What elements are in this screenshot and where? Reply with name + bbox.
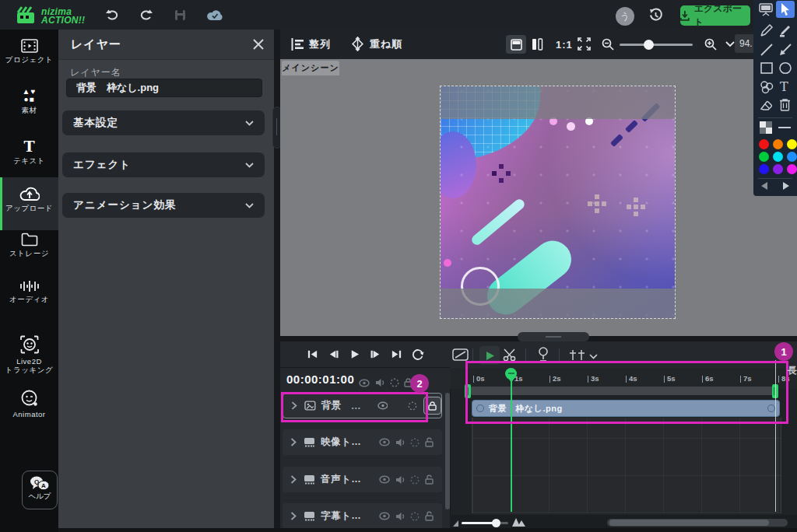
palette-next-button[interactable] <box>783 182 789 190</box>
timeline-hscrollbar-thumb[interactable] <box>609 520 769 526</box>
split-horizontal-button[interactable] <box>506 35 526 54</box>
section-effects[interactable]: エフェクト <box>62 152 265 177</box>
visibility-icon[interactable] <box>379 438 390 446</box>
pencil-tool[interactable] <box>760 23 774 37</box>
keyframe-toggle-icon[interactable] <box>410 475 420 485</box>
color-swatch-violet[interactable] <box>773 164 783 174</box>
lock-open-icon[interactable] <box>425 511 434 521</box>
section-animation-effects[interactable]: アニメーション効果 <box>62 193 265 218</box>
help-button[interactable]: Q A ヘルプ <box>22 471 58 509</box>
palette-prev-button[interactable] <box>761 182 767 190</box>
lock-open-icon[interactable] <box>425 437 434 447</box>
master-audio-icon[interactable] <box>375 378 385 387</box>
zoom-out-button[interactable] <box>602 38 614 51</box>
audio-mute-icon[interactable] <box>395 438 406 447</box>
face-tracking-icon <box>19 334 40 355</box>
stack-order-button[interactable]: 重ね順 <box>350 37 402 51</box>
sidebar-item-project[interactable]: プロジェクト <box>0 39 58 65</box>
sidebar-item-assets[interactable]: ▲♥●■ 素材 <box>0 88 58 116</box>
chevron-right-icon[interactable] <box>290 438 297 446</box>
color-swatch-orange[interactable] <box>773 139 783 149</box>
master-visibility-icon[interactable] <box>359 379 370 387</box>
timeline-grid[interactable] <box>472 418 781 513</box>
keyframe-toggle-icon[interactable] <box>410 438 420 447</box>
loop-button[interactable] <box>412 348 424 361</box>
jump-end-button[interactable] <box>391 348 402 360</box>
zoom-in-button[interactable] <box>704 38 717 51</box>
snap-dropdown[interactable] <box>589 354 598 359</box>
zoom-slider-thumb[interactable] <box>644 40 654 50</box>
cut-button[interactable] <box>503 348 518 362</box>
step-forward-button[interactable] <box>370 348 381 360</box>
visibility-icon[interactable] <box>379 512 390 520</box>
play-button[interactable] <box>349 348 360 360</box>
timeline-zoom-out-button[interactable] <box>453 520 459 527</box>
audio-mute-icon[interactable] <box>395 475 406 485</box>
ratio-button[interactable]: 1:1 <box>556 39 573 51</box>
marker-tool[interactable] <box>778 23 792 37</box>
stamp-tool[interactable] <box>760 80 774 94</box>
zoom-slider[interactable] <box>620 44 693 46</box>
fade-curve-button[interactable] <box>452 348 469 361</box>
redo-button[interactable] <box>138 8 155 22</box>
split-vertical-button[interactable] <box>531 38 543 51</box>
ellipse-tool[interactable] <box>778 61 792 75</box>
color-swatch-cyan[interactable] <box>773 152 783 162</box>
text-annotation-tool[interactable]: T <box>780 79 788 94</box>
chevron-right-icon[interactable] <box>290 512 297 520</box>
select-tool-active[interactable] <box>776 1 795 18</box>
sidebar-item-live2d-tracking[interactable]: Live2D トラッキング <box>0 334 58 376</box>
track-row-subtitle[interactable]: 字幕ト… <box>283 503 442 529</box>
timeline-zoom-in-button[interactable] <box>512 518 526 527</box>
master-keyframe-icon[interactable] <box>390 378 399 387</box>
section-basic-settings[interactable]: 基本設定 <box>62 110 265 135</box>
color-swatch-magenta[interactable] <box>787 164 797 174</box>
track-row-audio[interactable]: 音声ト… <box>283 467 442 492</box>
artwork-dot <box>444 259 451 267</box>
save-button[interactable] <box>172 8 188 22</box>
fit-screen-button[interactable] <box>578 37 591 51</box>
arrow-tool[interactable] <box>778 43 792 57</box>
sidebar-item-text[interactable]: T テキスト <box>0 138 58 166</box>
user-avatar[interactable]: う <box>616 7 634 26</box>
chevron-right-icon[interactable] <box>290 475 297 484</box>
jump-start-button[interactable] <box>307 348 318 360</box>
history-button[interactable] <box>647 7 664 23</box>
layer-name-input[interactable] <box>66 79 262 97</box>
timeline-zoom-thumb[interactable] <box>492 519 500 527</box>
transparent-color-swatch[interactable] <box>760 121 772 134</box>
sidebar-item-upload[interactable]: アップロード <box>0 185 58 214</box>
zoom-preset-dropdown[interactable] <box>725 41 735 47</box>
export-button[interactable]: エクスポート <box>680 5 750 26</box>
undo-button[interactable] <box>104 8 121 22</box>
lock-open-icon[interactable] <box>425 474 434 485</box>
eraser-tool[interactable] <box>760 99 774 111</box>
color-swatch-azure[interactable] <box>787 152 797 162</box>
trash-tool[interactable] <box>779 98 791 111</box>
sidebar-item-animator[interactable]: Animator <box>0 389 58 418</box>
color-swatch-yellow[interactable] <box>787 139 797 149</box>
canvas-artwork[interactable] <box>440 86 676 319</box>
color-swatch-red[interactable] <box>759 139 769 149</box>
color-swatch-green[interactable] <box>759 152 769 162</box>
keyframe-toggle-icon[interactable] <box>410 512 420 521</box>
tab-main-scene[interactable]: メインシーン <box>282 61 339 75</box>
snap-grid-button[interactable] <box>569 349 586 361</box>
timeline-resize-handle[interactable] <box>518 332 589 341</box>
cloud-sync-button[interactable] <box>205 7 224 23</box>
whiteboard-tool[interactable] <box>758 2 774 16</box>
step-back-button[interactable] <box>328 348 339 360</box>
audio-mute-icon[interactable] <box>395 512 406 521</box>
sidebar-item-storage[interactable]: ストレージ <box>0 232 58 259</box>
visibility-icon[interactable] <box>379 475 390 484</box>
stroke-width-tool[interactable] <box>778 127 791 128</box>
align-button[interactable]: 整列 <box>291 37 331 51</box>
line-tool[interactable] <box>760 43 774 57</box>
keyframe-pin-button[interactable] <box>538 347 549 362</box>
layers-close-button[interactable] <box>251 37 266 52</box>
export-label: エクスポート <box>694 2 750 29</box>
rectangle-tool[interactable] <box>760 61 774 75</box>
sidebar-item-audio[interactable]: オーディオ <box>0 280 58 305</box>
track-row-video[interactable]: 映像ト… <box>283 429 442 455</box>
color-swatch-blue[interactable] <box>759 164 769 174</box>
